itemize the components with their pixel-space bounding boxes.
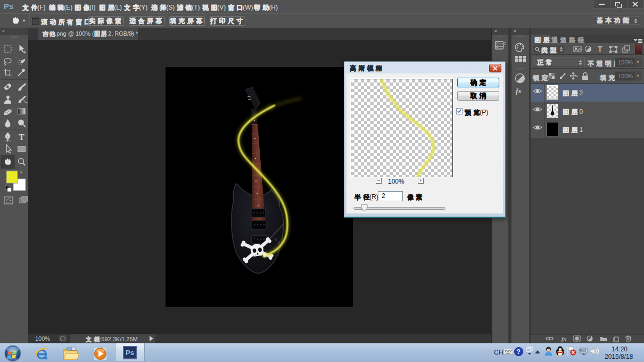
svg-text:T: T bbox=[19, 133, 24, 142]
svg-text:T: T bbox=[598, 45, 602, 53]
svg-text:fx: fx bbox=[516, 87, 522, 95]
svg-text:fx: fx bbox=[562, 335, 567, 342]
svg-text:?: ? bbox=[517, 348, 521, 356]
